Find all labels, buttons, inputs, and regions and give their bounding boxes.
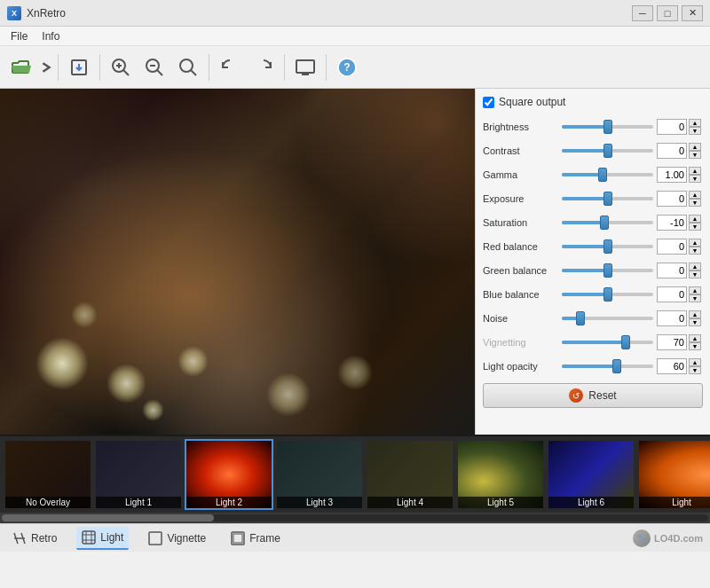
saturation-thumb[interactable] [600,216,609,230]
brightness-track[interactable] [562,125,653,129]
saturation-track[interactable] [562,221,653,224]
light-opacity-spin-up[interactable]: ▲ [689,358,701,366]
light-opacity-track[interactable] [562,365,653,368]
gamma-label: Gamma [483,169,558,180]
zoom-fit-button[interactable] [172,51,204,83]
thumbnail-strip: No OverlayLight 1Light 2Light 3Light 4Li… [0,436,710,513]
light-opacity-thumb[interactable] [612,359,621,373]
green-balance-spin-down[interactable]: ▼ [689,270,701,278]
noise-thumb[interactable] [576,311,585,325]
blue-balance-spinner: ▲▼ [689,286,703,302]
red-balance-thumb[interactable] [604,239,612,254]
light-opacity-value: 60 [657,358,687,374]
right-panel: Square output Brightness0▲▼Contrast0▲▼Ga… [475,89,710,435]
tab-vignette[interactable]: Vignette [143,528,211,549]
contrast-thumb[interactable] [604,144,612,158]
gamma-spin-up[interactable]: ▲ [689,167,701,175]
export-button[interactable] [63,51,95,83]
help-button[interactable]: ? [331,51,363,83]
maximize-button[interactable]: □ [657,5,678,21]
rotate-left-button[interactable] [214,51,246,83]
exposure-spin-down[interactable]: ▼ [689,199,701,207]
light-opacity-row: Light opacity60▲▼ [483,357,703,376]
red-balance-spin-down[interactable]: ▼ [689,247,701,255]
minimize-button[interactable]: ─ [632,5,653,21]
tab-label-frame: Frame [249,532,280,545]
open-folder-button[interactable] [5,51,37,83]
green-balance-track[interactable] [562,269,653,272]
contrast-label: Contrast [483,145,558,156]
light-opacity-spin-down[interactable]: ▼ [689,366,701,374]
screen-button[interactable] [289,51,321,83]
thumb-light5[interactable]: Light 5 [456,439,545,510]
thumb-light7[interactable]: Light [637,439,710,510]
reset-button[interactable]: ↺ Reset [483,383,703,408]
tab-frame[interactable]: Frame [225,528,286,549]
thumb-label-no-overlay: No Overlay [5,497,91,508]
exposure-spin-up[interactable]: ▲ [689,191,701,199]
thumb-label-light3: Light 3 [277,497,362,508]
blue-balance-spin-down[interactable]: ▼ [689,294,701,302]
tab-label-retro: Retro [31,532,57,545]
rotate-right-button[interactable] [248,51,280,83]
blue-balance-track[interactable] [562,293,653,296]
tab-retro[interactable]: Retro [7,528,62,549]
menu-file[interactable]: File [4,28,35,44]
thumb-label-light1: Light 1 [96,497,181,508]
vignetting-thumb[interactable] [621,335,630,349]
tab-label-light: Light [100,531,123,544]
brightness-spin-down[interactable]: ▼ [689,127,701,135]
svg-line-2 [123,70,129,75]
noise-spin-up[interactable]: ▲ [689,310,701,318]
menu-info[interactable]: Info [35,28,67,44]
square-output-checkbox[interactable] [483,97,494,108]
separator-3 [209,54,209,81]
thumb-no-overlay[interactable]: No Overlay [4,439,92,510]
gamma-spin-down[interactable]: ▼ [689,175,701,183]
open-recent-button[interactable] [39,51,53,83]
close-button[interactable]: ✕ [682,5,703,21]
saturation-spinner: ▲▼ [689,215,703,231]
tab-light[interactable]: Light [76,527,129,550]
exposure-track[interactable] [562,197,653,200]
blue-balance-thumb[interactable] [604,287,612,302]
red-balance-track[interactable] [562,245,653,248]
blue-balance-spin-up[interactable]: ▲ [689,286,701,294]
noise-row: Noise0▲▼ [483,309,703,328]
thumb-light1[interactable]: Light 1 [94,439,183,510]
vignetting-label: Vignetting [483,337,558,348]
title-bar: X XnRetro ─ □ ✕ [0,0,710,27]
gamma-thumb[interactable] [598,168,607,182]
scrollbar-thumb[interactable] [2,514,214,521]
thumb-light6[interactable]: Light 6 [547,439,635,510]
contrast-spin-up[interactable]: ▲ [689,143,701,151]
brightness-row: Brightness0▲▼ [483,117,703,137]
thumb-light4[interactable]: Light 4 [366,439,454,510]
toolbar: ? [0,46,710,89]
vignetting-spin-down[interactable]: ▼ [689,342,701,350]
thumb-light2[interactable]: Light 2 [185,439,273,510]
svg-rect-10 [296,60,314,73]
svg-rect-22 [233,534,242,543]
noise-spin-down[interactable]: ▼ [689,318,701,326]
noise-track[interactable] [562,317,653,320]
green-balance-spin-up[interactable]: ▲ [689,263,701,270]
red-balance-spin-up[interactable]: ▲ [689,239,701,247]
brightness-thumb[interactable] [604,120,612,134]
separator-1 [58,54,59,81]
vignetting-track[interactable] [562,341,653,344]
brightness-spin-up[interactable]: ▲ [689,119,701,127]
contrast-track[interactable] [562,149,653,153]
zoom-in-button[interactable] [105,51,137,83]
svg-line-9 [191,70,196,75]
exposure-thumb[interactable] [604,192,612,206]
light-opacity-fill [562,365,617,368]
thumb-light3[interactable]: Light 3 [275,439,364,510]
saturation-spin-down[interactable]: ▼ [689,223,701,231]
zoom-out-button[interactable] [138,51,170,83]
vignetting-spin-up[interactable]: ▲ [689,334,701,342]
green-balance-thumb[interactable] [604,263,612,278]
gamma-track[interactable] [562,173,653,176]
saturation-spin-up[interactable]: ▲ [689,215,701,223]
contrast-spin-down[interactable]: ▼ [689,151,701,159]
